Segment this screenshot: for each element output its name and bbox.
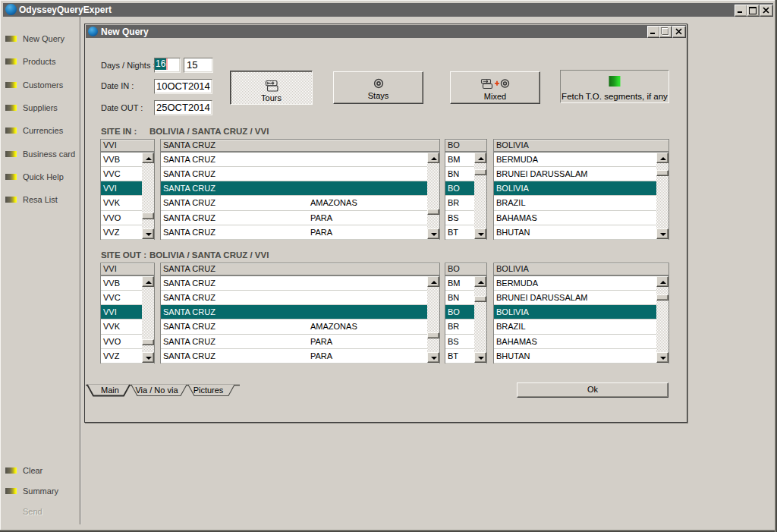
svg-text:Main: Main — [101, 386, 119, 395]
svg-text:Via / No via: Via / No via — [135, 386, 178, 395]
svg-text:Pictures: Pictures — [193, 386, 224, 395]
